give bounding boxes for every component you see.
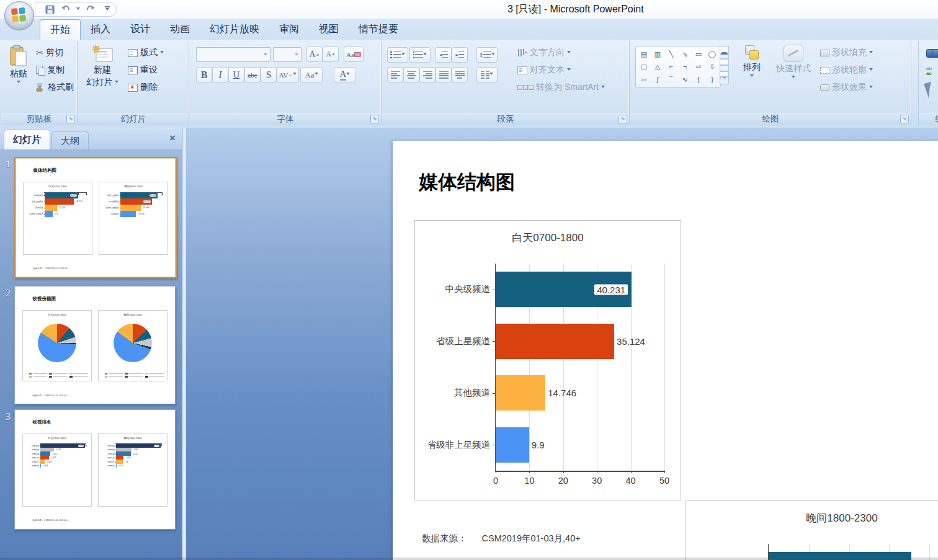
- quick-styles-button[interactable]: 快速样式: [773, 45, 814, 80]
- columns-button[interactable]: [476, 67, 498, 82]
- format-painter-button[interactable]: 格式刷: [36, 81, 74, 94]
- shape-glyph[interactable]: ◯: [708, 51, 716, 58]
- shape-glyph[interactable]: ∿: [682, 76, 687, 83]
- qat-customize-icon[interactable]: [105, 6, 110, 12]
- shape-glyph[interactable]: ▭: [695, 51, 702, 58]
- font-color-button[interactable]: A: [334, 67, 356, 82]
- numbering-button[interactable]: [409, 47, 431, 63]
- panel-tab-slides[interactable]: 幻灯片: [4, 130, 50, 149]
- undo-dropdown[interactable]: [76, 7, 80, 12]
- increase-indent-button[interactable]: ▸: [452, 47, 468, 63]
- shape-glyph[interactable]: △: [655, 63, 660, 70]
- cut-button[interactable]: ✂ 剪切: [36, 46, 63, 60]
- office-button[interactable]: [4, 1, 34, 30]
- shape-glyph[interactable]: ▥: [654, 51, 661, 58]
- change-case-button[interactable]: Aa: [300, 67, 323, 82]
- shape-glyph[interactable]: ⇘: [682, 51, 687, 58]
- italic-button[interactable]: I: [212, 67, 228, 82]
- pane-splitter[interactable]: [182, 128, 186, 560]
- align-text-button[interactable]: 对齐文本: [517, 63, 571, 77]
- convert-smartart-button[interactable]: 转换为 SmartArt: [517, 81, 605, 94]
- justify-button[interactable]: [436, 67, 452, 82]
- decrease-indent-button[interactable]: ◂: [436, 47, 452, 63]
- shrink-font-button[interactable]: A▼: [323, 47, 339, 62]
- arrange-button[interactable]: 排列: [735, 45, 769, 79]
- copy-button[interactable]: 复制: [36, 63, 65, 77]
- shape-glyph[interactable]: {: [697, 76, 700, 83]
- select-button[interactable]: [926, 83, 934, 97]
- tab-animations[interactable]: 动画: [160, 19, 200, 40]
- align-right-button[interactable]: [419, 67, 436, 82]
- undo-icon[interactable]: [60, 4, 71, 15]
- text-shadow-button[interactable]: S: [261, 67, 277, 82]
- numbering-icon: [413, 51, 424, 58]
- legend-swatch: [49, 376, 52, 378]
- tab-home[interactable]: 开始: [40, 19, 81, 40]
- shape-glyph[interactable]: }: [711, 76, 713, 83]
- text-direction-button[interactable]: A 文字方向: [517, 46, 571, 60]
- delete-slide-button[interactable]: 删除: [128, 81, 158, 94]
- tab-slideshow[interactable]: 幻灯片放映: [200, 19, 269, 40]
- tab-review[interactable]: 审阅: [269, 19, 309, 40]
- slide-number: 3: [2, 411, 14, 422]
- drawing-dialog-launcher[interactable]: ⇘: [900, 115, 909, 123]
- tab-storyboard[interactable]: 情节提要: [349, 19, 408, 40]
- bar: 35.585: [120, 192, 158, 198]
- bullets-button[interactable]: [387, 47, 408, 63]
- shape-glyph[interactable]: ⌒: [668, 76, 675, 83]
- tab-view[interactable]: 视图: [309, 19, 349, 40]
- distribute-button[interactable]: [452, 67, 468, 82]
- slide-canvas[interactable]: 媒体结构图 白天0700-180001020304050中央级频道40.231省…: [393, 141, 938, 560]
- panel-tab-outline[interactable]: 大纲: [51, 131, 89, 149]
- bar-row: 其他频道14.746: [496, 367, 664, 419]
- shapes-scroll-down[interactable]: [720, 59, 729, 72]
- font-dialog-launcher[interactable]: ⇘: [370, 115, 379, 123]
- clear-formatting-button[interactable]: Aa: [344, 47, 364, 62]
- shape-glyph[interactable]: ⇨: [695, 63, 701, 70]
- shapes-scroll-up[interactable]: [720, 46, 729, 59]
- shape-fill-button[interactable]: 形状填充: [820, 46, 873, 60]
- shapes-more-button[interactable]: [720, 71, 729, 84]
- paste-button[interactable]: 粘贴: [5, 45, 32, 85]
- new-slide-button[interactable]: 新建 幻灯片: [83, 45, 122, 88]
- layout-button[interactable]: 版式: [128, 46, 164, 60]
- save-icon[interactable]: [44, 4, 55, 15]
- shape-glyph[interactable]: ¬: [683, 63, 687, 70]
- panel-close-icon[interactable]: ×: [169, 133, 176, 143]
- strikethrough-button[interactable]: abe: [244, 67, 261, 82]
- bold-button[interactable]: B: [196, 67, 212, 82]
- font-name-combo[interactable]: [196, 47, 270, 62]
- tab-insert[interactable]: 插入: [81, 19, 120, 40]
- shape-effects-button[interactable]: 形状效果: [820, 81, 873, 94]
- shape-glyph[interactable]: ⇩: [709, 63, 715, 70]
- format-painter-icon: [36, 83, 45, 92]
- slide-thumbnail-2[interactable]: 收视份额图 白天0700-1800 晚间1800-2300 数据来源： CSM2…: [14, 286, 176, 404]
- shape-glyph[interactable]: ▤: [641, 51, 647, 58]
- redo-icon[interactable]: [85, 4, 96, 15]
- shape-glyph[interactable]: ▱: [641, 76, 646, 83]
- category-label: 省级上星频道: [31, 200, 44, 203]
- clipboard-dialog-launcher[interactable]: ⇘: [66, 115, 75, 123]
- align-left-button[interactable]: [387, 67, 403, 82]
- shape-glyph[interactable]: ʃ: [657, 76, 658, 83]
- shape-glyph[interactable]: ⌐: [669, 63, 673, 70]
- chart-title: 白天0700-1800: [23, 313, 92, 316]
- grow-font-button[interactable]: A▲: [306, 47, 323, 62]
- underline-button[interactable]: U: [228, 67, 244, 82]
- character-spacing-button[interactable]: AV⇔: [277, 67, 299, 82]
- tab-design[interactable]: 设计: [120, 19, 160, 40]
- slide-thumbnail-3[interactable]: 收视排名 白天0700-180000.20.40.6安徽卫视0.586安徽经视0…: [14, 409, 176, 530]
- line-spacing-button[interactable]: ⇕: [476, 47, 498, 63]
- shape-glyph[interactable]: ╲: [669, 51, 674, 58]
- reset-button[interactable]: 重设: [128, 63, 158, 77]
- align-center-button[interactable]: [403, 67, 419, 82]
- find-button[interactable]: [926, 46, 938, 60]
- shape-glyph[interactable]: ▢: [641, 63, 647, 70]
- font-size-combo[interactable]: [273, 47, 302, 62]
- paragraph-dialog-launcher[interactable]: ⇘: [619, 115, 627, 123]
- slide-thumbnail-1[interactable]: 媒体结构图 白天0700-180001020304050中央级频道40.231省…: [14, 157, 177, 278]
- shape-outline-button[interactable]: 形状轮廓: [820, 63, 873, 77]
- replace-button[interactable]: abac: [926, 64, 932, 78]
- group-font: A▲ A▼ Aa B I U abe S AV⇔ Aa A 字体 ⇘: [190, 41, 382, 125]
- source-value: CSM2019年01-03月,40+: [482, 533, 581, 544]
